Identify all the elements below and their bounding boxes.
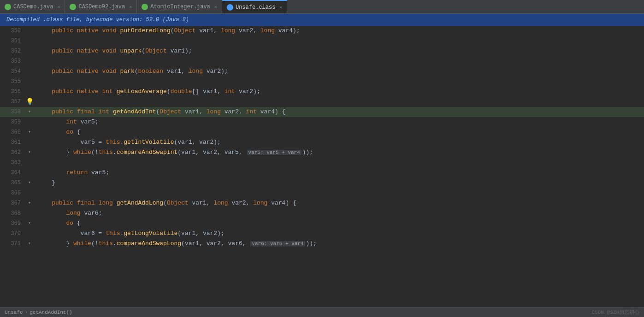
- code-line: 363: [0, 158, 644, 168]
- line-number: 352: [0, 46, 25, 56]
- line-number: 351: [0, 36, 25, 46]
- code-line: 357 💡: [0, 97, 644, 107]
- tab-bar: CASDemo.java ✕ CASDemo02.java ✕ AtomicIn…: [0, 0, 644, 14]
- code-line: 359 int var5;: [0, 117, 644, 127]
- fold-icon[interactable]: ▾: [28, 147, 31, 158]
- code-content: do {: [34, 218, 644, 229]
- code-line-highlighted: 358 ▾ public final int getAndAddInt(Obje…: [0, 107, 644, 117]
- gutter-fold[interactable]: ▾: [25, 147, 34, 158]
- tab-icon-casdemo02: [70, 4, 76, 10]
- tab-close-atomicinteger[interactable]: ✕: [214, 4, 217, 10]
- code-line: 362 ▾ } while(!this.compareAndSwapInt(va…: [0, 147, 644, 158]
- code-content: [34, 97, 644, 107]
- line-number: 356: [0, 87, 25, 97]
- tab-unsafe[interactable]: Unsafe.class ✕: [222, 0, 287, 13]
- tab-label-casdemo02: CASDemo02.java: [78, 4, 125, 10]
- gutter-fold[interactable]: ▾: [25, 178, 34, 188]
- gutter-fold[interactable]: ▾: [25, 107, 34, 117]
- code-content: } while(!this.compareAndSwapInt(var1, va…: [34, 147, 644, 158]
- tab-label-unsafe: Unsafe.class: [236, 4, 275, 11]
- line-number: 355: [0, 76, 25, 87]
- line-number: 366: [0, 188, 25, 198]
- gutter: [25, 46, 34, 56]
- code-line: 355: [0, 76, 644, 87]
- fold-icon[interactable]: ▾: [28, 178, 31, 188]
- breadcrumb-part-method: getAndAddInt(): [30, 310, 72, 315]
- tab-atomicinteger[interactable]: AtomicInteger.java ✕: [137, 0, 222, 13]
- code-line: 354 public native void park(boolean var1…: [0, 66, 644, 76]
- code-line: 364 return var5;: [0, 168, 644, 178]
- gutter-fold[interactable]: ▾: [25, 127, 34, 137]
- fold-icon[interactable]: ▾: [28, 239, 31, 249]
- code-content: [34, 56, 644, 66]
- code-line: 356 public native int getLoadAverage(dou…: [0, 87, 644, 97]
- gutter: [25, 87, 34, 97]
- line-number: 361: [0, 137, 25, 147]
- code-line: 368 long var6;: [0, 208, 644, 218]
- line-number: 365: [0, 178, 25, 188]
- code-content: [34, 76, 644, 87]
- code-line: 371 ▾ } while(!this.compareAndSwapLong(v…: [0, 239, 644, 249]
- editor[interactable]: 350 public native void putOrderedLong(Ob…: [0, 26, 644, 306]
- line-number: 358: [0, 107, 25, 117]
- tab-icon-atomicinteger: [142, 4, 148, 10]
- code-line: 367 ▾ public final long getAndAddLong(Ob…: [0, 198, 644, 208]
- gutter: [25, 26, 34, 36]
- line-number: 367: [0, 198, 25, 208]
- code-content: public native void park(boolean var1, lo…: [34, 66, 644, 76]
- gutter: [25, 76, 34, 87]
- info-banner: Decompiled .class file, bytecode version…: [0, 14, 644, 26]
- gutter-fold[interactable]: ▾: [25, 218, 34, 229]
- fold-icon[interactable]: ▾: [28, 107, 31, 117]
- line-number: 360: [0, 127, 25, 137]
- gutter: [25, 229, 34, 239]
- fold-icon[interactable]: ▾: [28, 218, 31, 229]
- tab-close-unsafe[interactable]: ✕: [279, 5, 282, 10]
- gutter: [25, 66, 34, 76]
- code-content: public native int getLoadAverage(double[…: [34, 87, 644, 97]
- line-number: 354: [0, 66, 25, 76]
- gutter: [25, 188, 34, 198]
- code-content: [34, 158, 644, 168]
- fold-icon[interactable]: ▾: [28, 127, 31, 137]
- code-content: public final long getAndAddLong(Object v…: [34, 198, 644, 208]
- breadcrumb-separator: ›: [25, 310, 28, 315]
- line-number: 368: [0, 208, 25, 218]
- gutter-bulb: 💡: [25, 97, 34, 107]
- code-line: 365 ▾ }: [0, 178, 644, 188]
- code-line: 350 public native void putOrderedLong(Ob…: [0, 26, 644, 36]
- code-line: 352 public native void unpark(Object var…: [0, 46, 644, 56]
- line-number: 353: [0, 56, 25, 66]
- gutter-fold[interactable]: ▾: [25, 198, 34, 208]
- tab-casdemo02[interactable]: CASDemo02.java ✕: [65, 0, 137, 13]
- watermark: CSDN @SZH勿忘初心: [592, 309, 639, 316]
- code-content: int var5;: [34, 117, 644, 127]
- line-number: 371: [0, 239, 25, 249]
- code-content: do {: [34, 127, 644, 137]
- gutter: [25, 137, 34, 147]
- status-bar: Unsafe › getAndAddInt() CSDN @SZH勿忘初心: [0, 307, 644, 317]
- gutter-fold[interactable]: ▾: [25, 239, 34, 249]
- tab-close-casdemo[interactable]: ✕: [57, 4, 60, 10]
- code-line: 360 ▾ do {: [0, 127, 644, 137]
- line-number: 362: [0, 147, 25, 158]
- line-number: 357: [0, 97, 25, 107]
- tab-casdemo[interactable]: CASDemo.java ✕: [0, 0, 65, 13]
- tab-icon-casdemo: [5, 4, 11, 10]
- gutter: [25, 36, 34, 46]
- code-line: 370 var6 = this.getLongVolatile(var1, va…: [0, 229, 644, 239]
- code-content: public native void unpark(Object var1);: [34, 46, 644, 56]
- gutter: [25, 168, 34, 178]
- line-number: 359: [0, 117, 25, 127]
- code-line: 353: [0, 56, 644, 66]
- code-content: var6 = this.getLongVolatile(var1, var2);: [34, 229, 644, 239]
- line-number: 350: [0, 26, 25, 36]
- code-content: public final int getAndAddInt(Object var…: [34, 107, 644, 117]
- fold-icon[interactable]: ▾: [28, 198, 31, 208]
- breadcrumb: Unsafe › getAndAddInt(): [5, 310, 72, 315]
- tab-close-casdemo02[interactable]: ✕: [129, 4, 132, 10]
- tab-label-casdemo: CASDemo.java: [13, 4, 53, 10]
- line-number: 369: [0, 218, 25, 229]
- line-number: 363: [0, 158, 25, 168]
- code-line: 351: [0, 36, 644, 46]
